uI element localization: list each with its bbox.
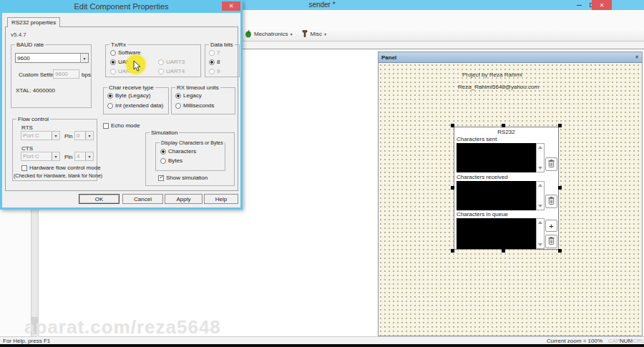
- ok-button[interactable]: OK: [79, 194, 119, 204]
- radio-byte-label: Byte (Legacy): [115, 92, 150, 99]
- simulation-group: Simulation Display Characters or Bytes C…: [145, 132, 235, 186]
- char-receive-group-label: Char receive type: [107, 84, 155, 91]
- characters-queue-display: [457, 218, 536, 249]
- clear-queue-button[interactable]: [545, 235, 557, 248]
- add-queue-button[interactable]: +: [545, 220, 557, 232]
- scroll-up-icon[interactable]: [538, 221, 542, 224]
- radio-selected-icon: [209, 59, 215, 65]
- trash-icon: [547, 159, 555, 170]
- clear-received-button[interactable]: [545, 195, 557, 208]
- close-button[interactable]: ✕: [592, 0, 612, 10]
- radio-selected-icon: [110, 59, 116, 65]
- dropdown-icon: ▾: [85, 152, 93, 160]
- echo-mode-label: Echo mode: [111, 122, 140, 129]
- dropdown-icon: ▾: [80, 54, 88, 62]
- selection-handle[interactable]: [558, 186, 562, 190]
- radio-bytes[interactable]: Bytes: [160, 157, 182, 164]
- apply-button[interactable]: Apply: [165, 194, 203, 204]
- characters-sent-label: Characters sent: [457, 136, 497, 142]
- scroll-up-icon[interactable]: [538, 146, 542, 149]
- panel-title: Panel: [381, 54, 635, 61]
- selection-handle[interactable]: [502, 124, 505, 127]
- trash-icon: [547, 236, 555, 247]
- checkbox-show-simulation[interactable]: ✓Show simulation: [158, 175, 208, 181]
- display-group-label: Display Characters or Bytes: [160, 140, 225, 146]
- selection-handle[interactable]: [451, 249, 454, 253]
- radio-characters-label: Characters: [168, 148, 196, 155]
- toolbar-mechatronics-button[interactable]: Mechatronics ▾: [240, 28, 297, 41]
- data-bits-group-label: Data bits: [209, 41, 235, 48]
- rx-timeout-group-label: RX timeout units: [175, 84, 220, 91]
- radio-int-extended[interactable]: Int (extended data): [107, 102, 163, 109]
- radio-icon: [160, 158, 166, 164]
- panel-close-button[interactable]: ✕: [635, 54, 639, 60]
- selection-handle[interactable]: [558, 249, 562, 253]
- status-zoom-text: Current zoom = 100%: [547, 338, 602, 344]
- radio-databits-7: 7: [209, 49, 220, 56]
- bps-label: bps: [82, 72, 91, 78]
- toolbar-misc-button[interactable]: Misc ▾: [297, 28, 331, 41]
- baud-rate-group-label: BAUD rate: [15, 41, 45, 48]
- checkbox-echo-mode[interactable]: Echo mode: [103, 122, 140, 129]
- cancel-button[interactable]: Cancel: [122, 194, 163, 204]
- radio-byte-legacy[interactable]: Byte (Legacy): [107, 92, 150, 99]
- data-bits-group: Data bits 7 8 9: [205, 44, 240, 77]
- clear-sent-button[interactable]: [545, 157, 557, 171]
- checkbox-hardware-flow[interactable]: Hardware flow control mode: [21, 165, 101, 171]
- rts-label: RTS: [21, 124, 33, 131]
- display-chars-bytes-group: Display Characters or Bytes Characters B…: [155, 142, 225, 171]
- received-scrollbar[interactable]: [536, 181, 545, 210]
- selection-handle[interactable]: [451, 186, 454, 190]
- custom-setting-input[interactable]: 9600: [53, 69, 79, 79]
- simulation-group-label: Simulation: [150, 129, 179, 136]
- radio-9-label: 9: [217, 68, 220, 74]
- selection-handle[interactable]: [558, 124, 562, 127]
- rs232-component[interactable]: RS232 Characters sent Characters receive…: [454, 127, 559, 250]
- characters-sent-display: [457, 143, 536, 172]
- cts-port-value: Port C: [21, 152, 52, 160]
- project-text: Project by Reza Rahimi: [462, 72, 522, 78]
- radio-characters[interactable]: Characters: [160, 148, 196, 155]
- minimize-button[interactable]: [574, 0, 584, 10]
- help-button[interactable]: Help: [204, 194, 238, 204]
- radio-uart3-label: UART3: [166, 59, 185, 65]
- scroll-down-icon[interactable]: [538, 205, 542, 207]
- queue-scrollbar[interactable]: [536, 218, 545, 249]
- selection-handle[interactable]: [502, 249, 505, 253]
- status-scrl-indicator: SCRL: [629, 338, 644, 344]
- radio-milliseconds-label: Milliseconds: [183, 102, 215, 109]
- radio-legacy[interactable]: Legacy: [175, 92, 202, 99]
- radio-milliseconds[interactable]: Milliseconds: [175, 102, 215, 109]
- scroll-down-icon[interactable]: [538, 243, 542, 246]
- dropdown-icon: ▾: [52, 152, 59, 160]
- mechatronics-icon: [245, 29, 252, 39]
- radio-uart4-label: UART4: [166, 68, 185, 74]
- radio-8-label: 8: [217, 59, 220, 65]
- dialog-content: RS232 properties v5.4.7 BAUD rate 9600 ▾…: [2, 13, 240, 207]
- cts-pin-select: 4 ▾: [74, 152, 94, 161]
- radio-databits-8[interactable]: 8: [209, 59, 220, 65]
- scroll-down-icon[interactable]: [538, 167, 542, 170]
- dialog-close-button[interactable]: ✕: [222, 1, 240, 11]
- checkbox-icon: [103, 123, 109, 129]
- rts-port-select: Port C ▾: [21, 131, 60, 140]
- chevron-down-icon: ▾: [324, 31, 326, 36]
- tab-rs232-properties[interactable]: RS232 properties: [7, 17, 60, 27]
- scroll-up-icon[interactable]: [538, 184, 542, 187]
- cts-pin-label: Pin: [64, 154, 73, 160]
- radio-icon: [209, 69, 215, 74]
- rts-port-value: Port C: [21, 132, 52, 140]
- selection-handle[interactable]: [451, 124, 454, 127]
- panel-titlebar[interactable]: Panel ✕: [379, 52, 642, 63]
- xtal-label: XTAL: 4000000: [16, 87, 55, 94]
- misc-icon: [301, 29, 308, 39]
- characters-received-display: [457, 181, 536, 210]
- radio-icon: [209, 50, 215, 56]
- sent-scrollbar[interactable]: [536, 143, 545, 172]
- baud-rate-select[interactable]: 9600 ▾: [15, 53, 89, 63]
- panel-canvas: Project by Reza Rahimi Reza_Rahimi5648@y…: [379, 63, 642, 336]
- flow-control-group: Flow control RTS Port C ▾ Pin 0 ▾ CTS Po…: [12, 119, 97, 181]
- scrollbar-thumb[interactable]: [31, 317, 38, 334]
- characters-received-label: Characters received: [457, 174, 508, 180]
- close-icon: ✕: [229, 3, 234, 9]
